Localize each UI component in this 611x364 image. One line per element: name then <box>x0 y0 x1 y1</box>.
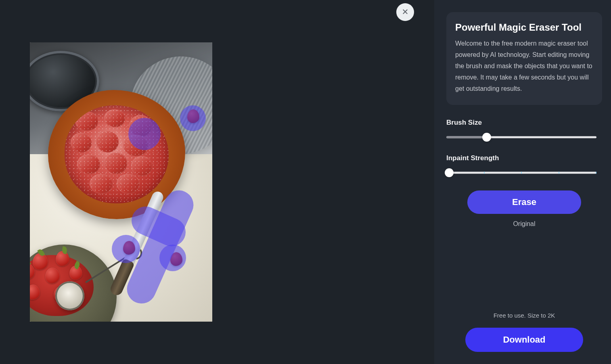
brush-mask <box>180 105 206 131</box>
inpaint-strength-control: Inpaint Strength <box>446 154 602 176</box>
image-canvas[interactable] <box>30 42 212 322</box>
action-group: Erase Original <box>446 190 602 228</box>
inpaint-strength-label: Inpaint Strength <box>446 154 602 162</box>
slider-thumb[interactable] <box>445 168 454 177</box>
editor-canvas-area <box>0 0 434 364</box>
close-icon <box>402 8 409 17</box>
download-button[interactable]: Download <box>465 328 583 352</box>
brush-size-label: Brush Size <box>446 119 602 127</box>
info-card: Powerful Magic Eraser Tool Welcome to th… <box>446 12 602 105</box>
inpaint-strength-slider[interactable] <box>446 169 596 176</box>
brush-size-slider[interactable] <box>446 134 596 140</box>
brush-mask <box>112 235 140 263</box>
controls-sidebar: Powerful Magic Eraser Tool Welcome to th… <box>434 0 611 364</box>
slider-thumb[interactable] <box>482 133 491 142</box>
footer-note: Free to use. Size to 2K <box>446 312 602 319</box>
close-button[interactable] <box>396 3 414 21</box>
brush-size-control: Brush Size <box>446 119 602 140</box>
brush-mask <box>128 118 161 150</box>
card-description: Welcome to the free modern magic eraser … <box>455 38 593 94</box>
card-title: Powerful Magic Eraser Tool <box>455 22 593 33</box>
erase-button[interactable]: Erase <box>467 190 581 214</box>
original-toggle[interactable]: Original <box>513 220 535 228</box>
